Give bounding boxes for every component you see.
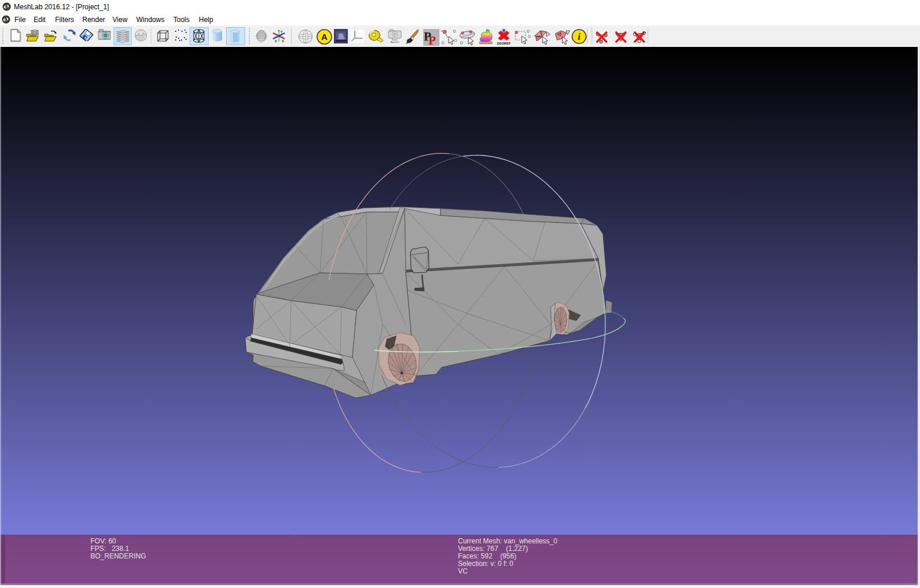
svg-text:Y: Y [281,30,283,34]
svg-text:Alignment: Alignment [390,41,399,43]
svg-text:P: P [428,34,436,46]
svg-text:i: i [578,32,581,42]
svg-text:Z: Z [275,39,277,43]
svg-text:X: X [282,39,284,43]
svg-text:A: A [321,32,328,42]
svg-text:GEOREF: GEOREF [497,42,511,45]
